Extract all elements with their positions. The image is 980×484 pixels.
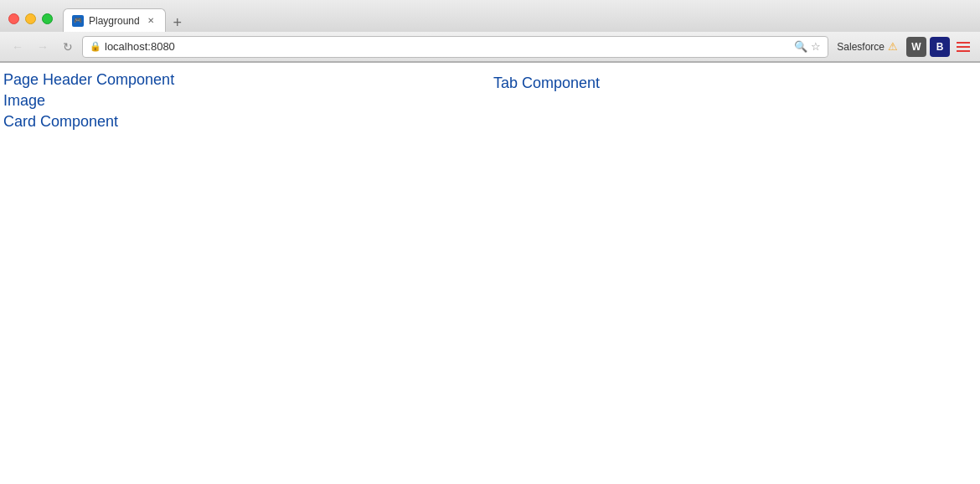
window-controls xyxy=(8,13,53,24)
new-tab-button[interactable]: + xyxy=(166,13,189,32)
tab-bar: 🎮 Playground ✕ + xyxy=(63,5,972,32)
tab-close-button[interactable]: ✕ xyxy=(145,15,157,27)
browser-chrome: 🎮 Playground ✕ + ← → ↻ 🔒 🔍 ☆ Salesforce … xyxy=(0,0,980,63)
extension-b-button[interactable]: B xyxy=(930,37,950,57)
page-content: Page Header Component Image Card Compone… xyxy=(0,63,980,481)
tab-label: Playground xyxy=(89,15,140,27)
forward-button[interactable]: → xyxy=(32,36,54,58)
maximize-button[interactable] xyxy=(42,13,53,24)
extension-w-label: W xyxy=(911,41,921,53)
content-right: Tab Component xyxy=(490,70,980,132)
close-button[interactable] xyxy=(8,13,19,24)
address-bar[interactable] xyxy=(105,40,791,53)
reload-button[interactable]: ↻ xyxy=(57,36,79,58)
tab-component-link[interactable]: Tab Component xyxy=(490,73,980,94)
hamburger-menu-button[interactable] xyxy=(953,37,973,57)
hamburger-line-1 xyxy=(957,42,970,44)
active-tab[interactable]: 🎮 Playground ✕ xyxy=(63,8,166,32)
hamburger-line-3 xyxy=(957,50,970,52)
warning-icon: ⚠ xyxy=(888,40,898,53)
page-header-link[interactable]: Page Header Component xyxy=(0,70,490,90)
hamburger-line-2 xyxy=(957,46,970,48)
card-component-link[interactable]: Card Component xyxy=(0,111,490,132)
content-layout: Page Header Component Image Card Compone… xyxy=(0,70,980,132)
toolbar: ← → ↻ 🔒 🔍 ☆ Salesforce ⚠ W B xyxy=(0,32,980,62)
tab-favicon: 🎮 xyxy=(72,15,84,27)
salesforce-label: Salesforce xyxy=(837,41,885,53)
address-bar-container: 🔒 🔍 ☆ xyxy=(82,36,828,58)
content-left: Page Header Component Image Card Compone… xyxy=(0,70,490,132)
toolbar-right: Salesforce ⚠ W B xyxy=(832,37,973,57)
salesforce-button[interactable]: Salesforce ⚠ xyxy=(832,39,903,54)
bookmark-icon[interactable]: ☆ xyxy=(811,40,821,53)
back-button[interactable]: ← xyxy=(7,36,28,58)
favicon-letter: 🎮 xyxy=(74,17,82,24)
search-icon: 🔍 xyxy=(794,40,807,53)
title-bar: 🎮 Playground ✕ + xyxy=(0,0,980,32)
extension-b-label: B xyxy=(936,41,944,53)
image-link[interactable]: Image xyxy=(0,90,490,111)
lock-icon: 🔒 xyxy=(90,41,101,52)
minimize-button[interactable] xyxy=(25,13,36,24)
extension-w-button[interactable]: W xyxy=(906,37,926,57)
